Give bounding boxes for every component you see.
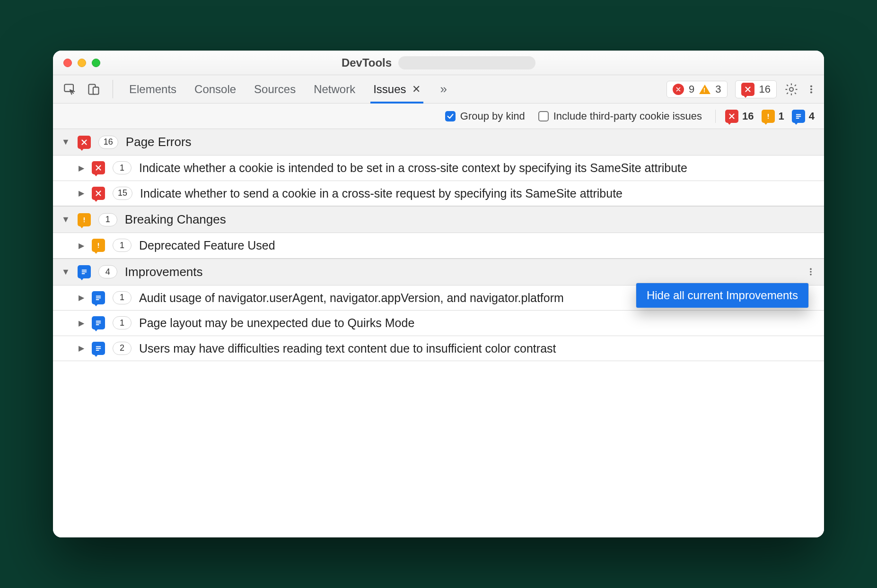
disclosure-closed-icon: ▶ [79,344,84,353]
group-label: Improvements [125,265,203,279]
include-third-party-checkbox[interactable]: Include third-party cookie issues [538,110,702,122]
svg-rect-29 [96,348,101,349]
group-breaking-changes[interactable]: ▼ 1 Breaking Changes [53,206,824,233]
summary-errors[interactable]: 16 [725,110,754,123]
issue-info-icon [92,316,105,329]
group-label: Page Errors [126,135,192,149]
tab-issues[interactable]: Issues ✕ [373,75,420,103]
group-count: 16 [98,136,118,149]
issue-row[interactable]: ▶ 15 Indicate whether to send a cookie i… [53,181,824,207]
issue-error-icon [725,110,738,123]
svg-rect-30 [96,350,99,351]
issue-info-icon [92,342,105,355]
close-tab-icon[interactable]: ✕ [412,83,421,95]
issue-title: Users may have difficulties reading text… [139,341,816,356]
context-menu: Hide all current Improvements [636,283,809,308]
group-more-icon[interactable] [806,266,816,278]
group-by-kind-checkbox[interactable]: Group by kind [445,110,525,122]
tab-elements[interactable]: Elements [129,75,176,103]
menu-item-hide-improvements[interactable]: Hide all current Improvements [636,283,808,308]
window-titlebar: DevTools [53,51,824,75]
svg-rect-28 [96,346,101,347]
disclosure-closed-icon: ▶ [79,319,84,328]
warning-count: 3 [715,83,721,95]
issue-row[interactable]: ▶ 1 Deprecated Feature Used [53,233,824,259]
close-window-button[interactable] [63,59,72,67]
include-third-party-label: Include third-party cookie issues [553,110,702,122]
issues-count: 16 [759,83,771,95]
inspect-element-icon[interactable] [63,83,77,96]
svg-rect-26 [96,323,101,324]
disclosure-closed-icon: ▶ [79,164,84,173]
more-tabs-icon[interactable]: » [440,82,447,96]
summary-info[interactable]: 4 [792,110,815,123]
disclosure-closed-icon: ▶ [79,189,84,198]
svg-rect-16 [82,270,87,271]
issue-count: 1 [113,291,132,304]
issue-error-icon [92,187,105,200]
issue-row[interactable]: ▶ 1 Page layout may be unexpected due to… [53,311,824,336]
issue-title: Deprecated Feature Used [139,238,816,253]
svg-rect-24 [96,299,99,300]
main-toolbar: Elements Console Sources Network Issues … [53,75,824,104]
warning-icon [699,85,710,94]
svg-rect-7 [767,113,768,117]
issue-info-icon [92,291,105,304]
svg-point-21 [810,274,812,276]
issue-row[interactable]: ▶ 2 Users may have difficulties reading … [53,336,824,362]
svg-rect-14 [98,243,99,246]
disclosure-closed-icon: ▶ [79,241,84,250]
issue-row[interactable]: ▶ 1 Audit usage of navigator.userAgent, … [53,285,824,311]
issue-count: 2 [113,342,132,355]
svg-point-4 [810,85,812,87]
error-count: 9 [689,83,694,95]
svg-rect-11 [796,118,799,119]
tab-network[interactable]: Network [314,75,355,103]
issue-count: 1 [113,316,132,329]
tab-console[interactable]: Console [194,75,236,103]
svg-point-5 [810,88,812,90]
svg-rect-25 [96,321,101,322]
issues-status-pill[interactable]: 16 [735,80,777,98]
checkbox-checked-icon [445,111,456,121]
svg-point-3 [789,87,793,91]
toolbar-divider [113,80,113,98]
svg-point-19 [810,268,812,270]
issue-error-icon [92,161,105,174]
zoom-window-button[interactable] [92,59,100,67]
checkbox-unchecked-icon [538,111,549,121]
device-toolbar-icon[interactable] [87,83,100,96]
issue-info-icon [78,265,91,278]
issue-row[interactable]: ▶ 1 Indicate whether a cookie is intende… [53,156,824,181]
group-count: 4 [98,265,117,278]
panel-tabs: Elements Console Sources Network Issues … [129,75,667,103]
issue-warning-icon [762,110,775,123]
devtools-window: DevTools [53,51,824,537]
svg-rect-10 [796,116,801,117]
tab-sources[interactable]: Sources [254,75,296,103]
minimize-window-button[interactable] [78,59,86,67]
summary-warnings[interactable]: 1 [762,110,784,123]
disclosure-closed-icon: ▶ [79,293,84,302]
disclosure-open-icon: ▼ [61,137,70,147]
svg-rect-13 [84,221,85,222]
more-options-icon[interactable] [806,82,816,96]
svg-rect-2 [93,87,99,94]
svg-rect-9 [796,114,801,115]
settings-icon[interactable] [784,82,798,96]
issue-count: 1 [113,161,132,174]
svg-rect-22 [96,295,101,296]
svg-point-6 [810,91,812,93]
window-controls [63,59,100,67]
issue-error-icon [741,83,754,96]
group-improvements[interactable]: ▼ 4 Improvements [53,259,824,285]
issues-panel: ▼ 16 Page Errors ▶ 1 Indicate whether a … [53,129,824,537]
svg-rect-15 [98,247,99,248]
disclosure-open-icon: ▼ [61,267,70,277]
window-title-redacted [398,56,535,69]
group-page-errors[interactable]: ▼ 16 Page Errors [53,129,824,156]
issue-error-icon [78,136,91,149]
issue-title: Indicate whether a cookie is intended to… [139,160,816,176]
console-status-pill[interactable]: 9 3 [667,81,728,98]
issues-summary: 16 1 4 [715,110,815,123]
